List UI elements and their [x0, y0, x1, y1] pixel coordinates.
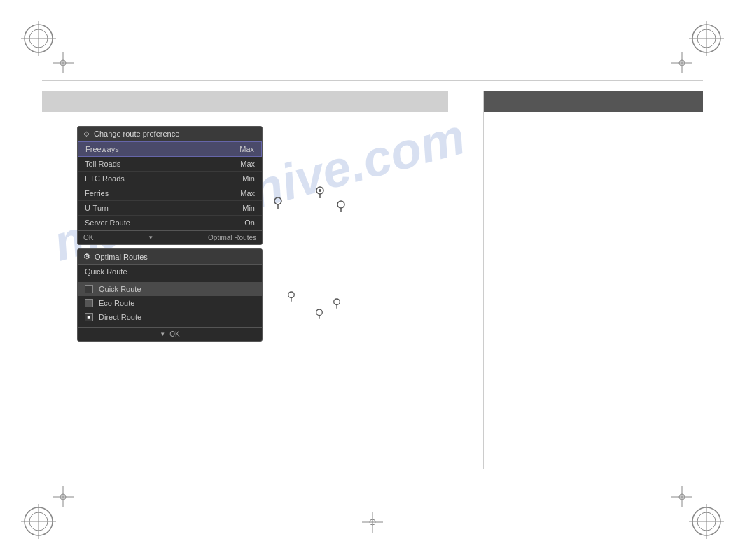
left-content: manualshive.com ⚙ C	[42, 91, 476, 469]
svg-point-44	[334, 299, 340, 305]
chevron-down-icon: ▼	[148, 234, 153, 241]
corner-mark-br	[689, 504, 724, 539]
main-layout: manualshive.com ⚙ C	[42, 91, 703, 469]
change-route-ok-button[interactable]: OK	[83, 234, 93, 241]
optimal-row-quick-route[interactable]: — Quick Route	[78, 282, 262, 296]
ferries-label: Ferries	[85, 189, 109, 197]
svg-point-40	[288, 292, 295, 298]
toll-roads-value: Max	[240, 160, 255, 168]
direct-route-checkbox[interactable]: ■	[85, 313, 93, 321]
u-turn-value: Min	[242, 204, 255, 212]
freeways-value: Max	[239, 145, 254, 153]
optimal-routes-label: Optimal Routes	[208, 234, 256, 241]
etc-roads-value: Min	[242, 174, 255, 183]
optimal-routes-subtitle: Quick Route	[78, 265, 262, 279]
optimal-row-eco-route[interactable]: Eco Route	[78, 296, 262, 310]
change-route-footer: OK ▼ Optimal Routes	[78, 230, 262, 244]
route-row-toll-roads[interactable]: Toll Roads Max	[78, 157, 262, 172]
pin-icon-2	[315, 186, 325, 201]
optimal-chevron-down-icon: ▼	[160, 331, 165, 337]
corner-mark-tl	[21, 21, 56, 56]
crosshair-tr	[671, 52, 692, 74]
optimal-routes-body: — Quick Route Eco Route ■ Direct Route	[78, 279, 262, 327]
quick-route-label: Quick Route	[99, 285, 141, 293]
toll-roads-label: Toll Roads	[85, 160, 120, 168]
optimal-ok-button[interactable]: OK	[169, 330, 179, 338]
freeways-label: Freeways	[85, 145, 119, 153]
right-sidebar	[483, 91, 703, 469]
pin-icon-1	[273, 196, 283, 211]
svg-point-35	[319, 189, 321, 192]
eco-route-checkbox[interactable]	[85, 299, 93, 307]
u-turn-label: U-Turn	[85, 204, 109, 212]
svg-point-31	[274, 197, 281, 204]
server-route-value: On	[244, 218, 255, 227]
crosshair-tl	[53, 52, 74, 74]
route-row-freeways[interactable]: Freeways Max	[78, 141, 262, 157]
route-row-u-turn[interactable]: U-Turn Min	[78, 201, 262, 216]
optimal-row-direct-route[interactable]: ■ Direct Route	[78, 310, 262, 324]
eco-route-label: Eco Route	[99, 299, 134, 307]
optimal-routes-dialog: ⚙ Optimal Routes Quick Route — Quick Rou…	[77, 248, 263, 342]
right-sidebar-bar	[484, 91, 703, 112]
content-header-bar	[42, 91, 448, 112]
crosshair-bottom-center	[362, 512, 383, 536]
quick-route-checkbox[interactable]: —	[85, 285, 93, 293]
crosshair-br	[671, 486, 692, 507]
gear-icon: ⚙	[83, 130, 90, 138]
change-route-title: Change route preference	[94, 130, 179, 138]
svg-point-42	[316, 309, 323, 316]
top-rule-line	[42, 80, 703, 81]
change-route-title-bar: ⚙ Change route preference	[78, 127, 262, 141]
dialog-container: ⚙ Change route preference Freeways Max T…	[77, 126, 263, 342]
server-route-label: Server Route	[85, 218, 130, 227]
svg-point-36	[337, 201, 344, 208]
pin-icon-6	[315, 308, 323, 322]
etc-roads-label: ETC Roads	[85, 174, 125, 183]
gear-icon-optimal: ⚙	[83, 252, 90, 261]
ferries-value: Max	[240, 189, 255, 197]
route-row-etc-roads[interactable]: ETC Roads Min	[78, 172, 262, 186]
change-route-dialog: ⚙ Change route preference Freeways Max T…	[77, 126, 263, 245]
optimal-routes-title-bar: ⚙ Optimal Routes	[78, 249, 262, 265]
direct-route-label: Direct Route	[99, 313, 141, 321]
route-row-server-route[interactable]: Server Route On	[78, 216, 262, 230]
corner-mark-bl	[21, 504, 56, 539]
bottom-rule-line	[42, 479, 703, 479]
crosshair-bl	[53, 486, 74, 507]
change-route-body: Freeways Max Toll Roads Max ETC Roads Mi…	[78, 141, 262, 230]
optimal-routes-footer: ▼ OK	[78, 327, 262, 341]
pin-icon-5	[287, 290, 295, 304]
corner-mark-tr	[689, 21, 724, 56]
pin-icon-7	[333, 298, 341, 312]
pin-icon-3	[336, 200, 346, 215]
optimal-routes-title: Optimal Routes	[95, 253, 148, 261]
route-row-ferries[interactable]: Ferries Max	[78, 186, 262, 201]
